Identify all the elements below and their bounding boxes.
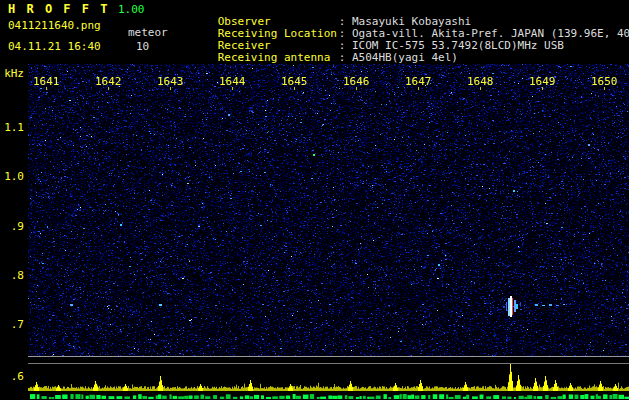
time-tick-1643: 1643: [157, 76, 185, 88]
hrofft-screen: H R O F F T 1.00 0411211640.png meteor 0…: [0, 0, 629, 400]
freq-axis-unit: kHz: [0, 68, 24, 80]
info-label: Receiving antenna: [218, 52, 339, 64]
info-value: A504HB(yagi 4el): [352, 51, 458, 64]
time-tick-1642: 1642: [95, 76, 123, 88]
time-tick-1648: 1648: [467, 76, 495, 88]
level-value: 10: [136, 41, 149, 53]
time-tick-1650: 1650: [591, 76, 619, 88]
time-tick-1641: 1641: [33, 76, 61, 88]
time-tick-1649: 1649: [529, 76, 557, 88]
time-tick-1647: 1647: [405, 76, 433, 88]
freq-tick-0-9: .9: [0, 221, 24, 233]
freq-tick-0-6: .6: [0, 371, 24, 383]
mode-label: meteor: [128, 27, 168, 39]
info-row-observer: Observer: Masayuki Kobayashi: [178, 4, 629, 16]
record-datetime: 04.11.21 16:40: [8, 41, 101, 53]
info-separator: :: [339, 51, 352, 64]
freq-tick-1-1: 1.1: [0, 122, 24, 134]
time-tick-1644: 1644: [219, 76, 247, 88]
freq-tick-0-7: .7: [0, 319, 24, 331]
app-title: H R O F F T: [8, 3, 109, 15]
app-version: 1.00: [118, 4, 145, 16]
station-info: Observer: Masayuki Kobayashi Receiving L…: [178, 4, 629, 52]
freq-tick-1-0: 1.0: [0, 171, 24, 183]
plot-canvas: [28, 64, 629, 400]
time-tick-1646: 1646: [343, 76, 371, 88]
time-tick-1645: 1645: [281, 76, 309, 88]
freq-tick-0-8: .8: [0, 270, 24, 282]
output-filename: 0411211640.png: [8, 20, 101, 32]
